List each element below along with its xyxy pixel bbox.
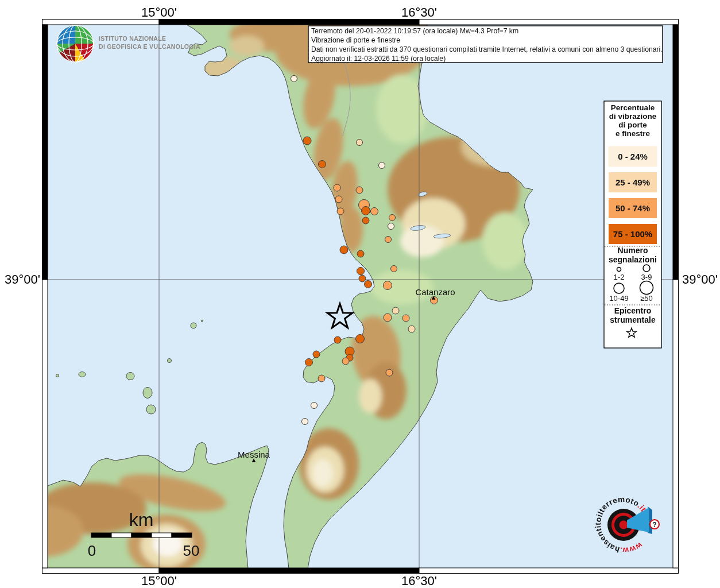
swatch-50-74-label: 50 - 74% <box>616 203 650 213</box>
count-circle-10-49 <box>614 283 624 293</box>
epicenter-title-line1: Epicentro <box>614 306 652 315</box>
count-circle-50plus <box>640 281 653 295</box>
count-label-3-9: 3-9 <box>641 273 652 281</box>
ingv-globe-icon <box>57 25 94 62</box>
report-dot <box>362 207 370 215</box>
report-dot <box>291 76 297 82</box>
report-dot <box>356 187 363 194</box>
report-dot <box>337 208 344 215</box>
report-dot <box>357 268 365 275</box>
map-canvas: Catanzaro Messina km 0 50 <box>3 14 673 574</box>
report-dot <box>303 137 311 145</box>
swatch-25-49-label: 25 - 49% <box>616 177 650 187</box>
report-dot <box>334 336 341 343</box>
report-dot <box>334 184 340 191</box>
info-line-questionnaires: Dati non verificati estratti da 370 ques… <box>311 45 663 53</box>
legend-title-line4: e finestre <box>616 129 651 138</box>
legend-class-50-74: 50 - 74% <box>609 198 657 218</box>
report-dot <box>319 161 326 168</box>
report-dot <box>311 403 318 409</box>
report-dot <box>388 223 394 230</box>
report-dot <box>356 335 365 343</box>
swatch-0-24-label: 0 - 24% <box>618 152 648 161</box>
map-page: Catanzaro Messina km 0 50 <box>0 0 720 588</box>
report-dot <box>365 281 372 288</box>
swatch-75-100-label: 75 - 100% <box>613 229 652 239</box>
count-label-50plus: ≥50 <box>640 294 653 303</box>
messina-label: Messina <box>238 450 270 459</box>
axis-bottom-lon-16-30: 16°30' <box>401 574 437 588</box>
legend-title-line1: Percentuale <box>611 103 655 112</box>
report-dot <box>385 237 392 243</box>
axis-left-lat-39: 39°00' <box>5 272 40 287</box>
report-dot <box>408 326 415 332</box>
count-label-10-49: 10-49 <box>609 294 628 303</box>
report-dot <box>384 281 392 290</box>
legend-class-0-24: 0 - 24% <box>609 146 657 167</box>
catanzaro-label: Catanzaro <box>415 287 455 297</box>
epicenter-title-line2: strumentale <box>610 315 656 324</box>
question-mark: ? <box>652 521 656 529</box>
axis-top-lon-15: 15°00' <box>141 5 177 20</box>
report-dot <box>305 359 313 366</box>
axis-right-lat-39: 39°00' <box>682 272 718 287</box>
legend: Percentuale di vibrazione di porte e fin… <box>604 101 661 348</box>
legend-class-25-49: 25 - 49% <box>609 172 657 192</box>
report-dot <box>359 275 366 282</box>
report-dot <box>379 163 385 169</box>
report-dot <box>302 419 308 425</box>
report-dot <box>342 358 349 365</box>
axis-bottom-lon-15: 15°00' <box>141 574 177 588</box>
info-line-event: Terremoto del 20-01-2022 10:19:57 (ora l… <box>311 27 518 35</box>
count-label-1-2: 1-2 <box>614 273 625 281</box>
report-dot <box>335 196 342 203</box>
scale-end-label: 50 <box>183 542 200 559</box>
report-dot <box>371 208 378 215</box>
logo-target-core <box>620 521 628 529</box>
report-dot <box>389 215 396 221</box>
counts-title-line1: Numero <box>618 246 648 255</box>
ingv-name-line1: ISTITUTO NAZIONALE <box>99 35 166 42</box>
report-dot <box>402 315 409 322</box>
report-dot <box>357 140 363 146</box>
event-info-box: Terremoto del 20-01-2022 10:19:57 (ora l… <box>308 26 663 63</box>
felt-report-map: Catanzaro Messina km 0 50 <box>0 0 720 588</box>
report-dot <box>391 266 397 272</box>
legend-title-line3: di porte <box>618 121 647 129</box>
report-dot <box>357 250 364 257</box>
report-dot <box>392 307 399 314</box>
info-line-effect: Vibrazione di porte e finestre <box>311 36 400 44</box>
count-circle-1-2 <box>617 268 621 272</box>
counts-title-line2: segnalazioni <box>609 255 657 264</box>
scale-unit-label: km <box>129 509 154 530</box>
report-dot <box>362 217 369 224</box>
legend-title-line2: di vibrazione <box>609 112 657 121</box>
report-dot <box>313 351 320 358</box>
scale-start-label: 0 <box>88 542 96 559</box>
info-line-updated: Aggiornato il: 12-03-2026 11:59 (ora loc… <box>311 55 446 63</box>
report-dot <box>386 369 393 376</box>
ingv-name-line2: DI GEOFISICA E VULCANOLOGIA <box>99 43 200 50</box>
report-dot <box>318 375 325 382</box>
legend-class-75-100: 75 - 100% <box>609 224 657 244</box>
report-dot <box>384 314 392 322</box>
axis-top-lon-16-30: 16°30' <box>401 5 437 20</box>
count-circle-3-9 <box>643 265 650 272</box>
report-dot <box>340 246 348 254</box>
